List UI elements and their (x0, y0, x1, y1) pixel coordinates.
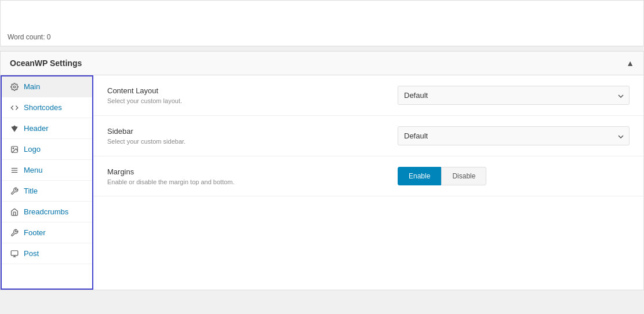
logo-nav-icon (10, 145, 19, 154)
settings-label-col-sidebar: SidebarSelect your custom sidebar. (107, 127, 386, 145)
panel-title: OceanWP Settings (10, 59, 82, 68)
sidebar-item-shortcodes[interactable]: Shortcodes (2, 97, 92, 118)
sidebar-nav: MainShortcodesHeaderLogoMenuTitleBreadcr… (1, 75, 93, 290)
sidebar-item-breadcrumbs[interactable]: Breadcrumbs (2, 202, 92, 222)
sidebar-item-label-shortcodes: Shortcodes (24, 103, 62, 112)
settings-control-sidebar: DefaultLeft SidebarRight SidebarNo Sideb… (398, 126, 630, 145)
main-nav-icon (10, 83, 19, 91)
select-sidebar[interactable]: DefaultLeft SidebarRight SidebarNo Sideb… (398, 126, 630, 145)
shortcodes-nav-icon (10, 104, 19, 112)
panel-body: MainShortcodesHeaderLogoMenuTitleBreadcr… (1, 75, 643, 290)
post-nav-icon (10, 250, 19, 258)
sidebar-item-logo[interactable]: Logo (2, 139, 92, 160)
sidebar-item-label-logo: Logo (24, 145, 41, 154)
sidebar-item-header[interactable]: Header (2, 118, 92, 139)
header-nav-icon (10, 125, 19, 133)
svg-point-0 (13, 86, 16, 88)
toggle-group-margins: EnableDisable (398, 167, 630, 185)
breadcrumbs-nav-icon (10, 208, 19, 216)
settings-label-content-layout: Content Layout (107, 86, 386, 95)
settings-desc-sidebar: Select your custom sidebar. (107, 138, 386, 145)
footer-nav-icon (10, 229, 19, 237)
editor-top-area: Word count: 0 (0, 0, 644, 46)
title-nav-icon (10, 187, 19, 195)
svg-point-2 (13, 148, 14, 149)
select-content-layout[interactable]: DefaultFull WidthBoxed (398, 86, 630, 105)
select-wrapper-sidebar: DefaultLeft SidebarRight SidebarNo Sideb… (398, 126, 630, 145)
settings-row-sidebar: SidebarSelect your custom sidebar.Defaul… (93, 116, 643, 156)
settings-row-content-layout: Content LayoutSelect your custom layout.… (93, 75, 643, 116)
toggle-disable-margins[interactable]: Disable (441, 167, 486, 185)
sidebar-item-label-title: Title (24, 187, 38, 195)
toggle-enable-margins[interactable]: Enable (398, 167, 441, 185)
sidebar-item-menu[interactable]: Menu (2, 160, 92, 181)
settings-label-col-content-layout: Content LayoutSelect your custom layout. (107, 86, 386, 104)
sidebar-item-title[interactable]: Title (2, 181, 92, 202)
menu-nav-icon (10, 166, 19, 174)
sidebar-item-label-post: Post (24, 249, 39, 258)
select-wrapper-content-layout: DefaultFull WidthBoxed (398, 86, 630, 105)
sidebar-item-footer[interactable]: Footer (2, 222, 92, 243)
sidebar-item-main[interactable]: Main (2, 76, 92, 97)
svg-rect-6 (11, 250, 18, 255)
sidebar-item-label-breadcrumbs: Breadcrumbs (24, 207, 68, 216)
sidebar-item-label-header: Header (24, 124, 49, 133)
settings-desc-content-layout: Select your custom layout. (107, 97, 386, 104)
settings-label-col-margins: MarginsEnable or disable the margin top … (107, 167, 386, 185)
settings-control-content-layout: DefaultFull WidthBoxed (398, 86, 630, 105)
settings-label-sidebar: Sidebar (107, 127, 386, 136)
settings-desc-margins: Enable or disable the margin top and bot… (107, 178, 386, 185)
sidebar-item-post[interactable]: Post (2, 243, 92, 264)
sidebar-item-label-menu: Menu (24, 166, 43, 174)
main-content: Content LayoutSelect your custom layout.… (93, 75, 643, 290)
sidebar-item-label-main: Main (24, 82, 40, 91)
oceanwp-settings-panel: OceanWP Settings ▲ MainShortcodesHeaderL… (0, 51, 644, 290)
settings-label-margins: Margins (107, 167, 386, 176)
settings-control-margins: EnableDisable (398, 167, 630, 185)
panel-header: OceanWP Settings ▲ (1, 52, 643, 75)
settings-row-margins: MarginsEnable or disable the margin top … (93, 156, 643, 196)
sidebar-item-label-footer: Footer (24, 228, 46, 237)
collapse-arrow[interactable]: ▲ (626, 59, 634, 68)
word-count: Word count: 0 (8, 33, 50, 41)
